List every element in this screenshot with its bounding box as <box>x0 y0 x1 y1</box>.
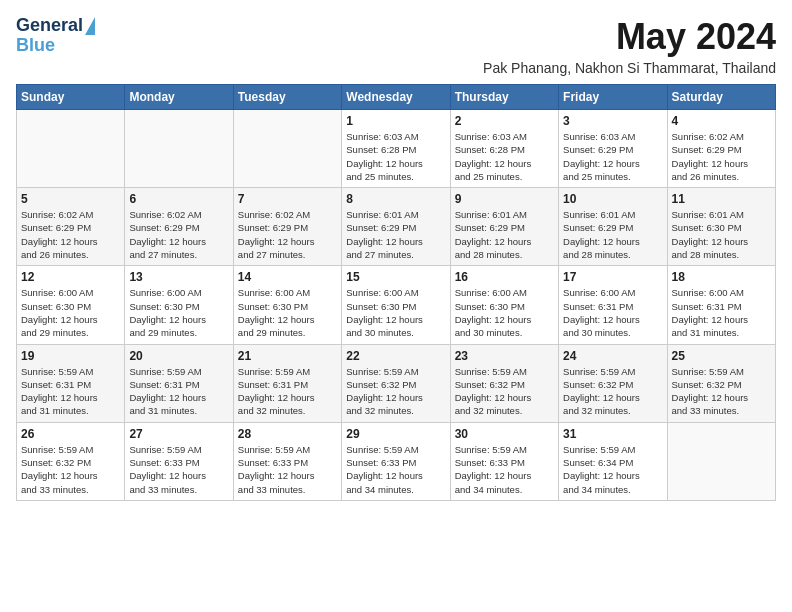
day-number: 22 <box>346 349 445 363</box>
day-info: Sunrise: 6:01 AM Sunset: 6:29 PM Dayligh… <box>455 208 554 261</box>
day-number: 1 <box>346 114 445 128</box>
day-info: Sunrise: 6:00 AM Sunset: 6:31 PM Dayligh… <box>672 286 771 339</box>
day-info: Sunrise: 6:00 AM Sunset: 6:30 PM Dayligh… <box>346 286 445 339</box>
day-number: 29 <box>346 427 445 441</box>
week-row-2: 5Sunrise: 6:02 AM Sunset: 6:29 PM Daylig… <box>17 188 776 266</box>
day-number: 15 <box>346 270 445 284</box>
day-cell: 20Sunrise: 5:59 AM Sunset: 6:31 PM Dayli… <box>125 344 233 422</box>
header-thursday: Thursday <box>450 85 558 110</box>
day-info: Sunrise: 5:59 AM Sunset: 6:34 PM Dayligh… <box>563 443 662 496</box>
day-number: 23 <box>455 349 554 363</box>
day-info: Sunrise: 6:00 AM Sunset: 6:31 PM Dayligh… <box>563 286 662 339</box>
day-cell: 24Sunrise: 5:59 AM Sunset: 6:32 PM Dayli… <box>559 344 667 422</box>
day-info: Sunrise: 5:59 AM Sunset: 6:32 PM Dayligh… <box>455 365 554 418</box>
day-number: 27 <box>129 427 228 441</box>
day-info: Sunrise: 5:59 AM Sunset: 6:31 PM Dayligh… <box>21 365 120 418</box>
day-number: 30 <box>455 427 554 441</box>
day-cell: 16Sunrise: 6:00 AM Sunset: 6:30 PM Dayli… <box>450 266 558 344</box>
day-info: Sunrise: 5:59 AM Sunset: 6:33 PM Dayligh… <box>129 443 228 496</box>
day-cell: 8Sunrise: 6:01 AM Sunset: 6:29 PM Daylig… <box>342 188 450 266</box>
day-cell <box>233 110 341 188</box>
header-saturday: Saturday <box>667 85 775 110</box>
day-cell: 2Sunrise: 6:03 AM Sunset: 6:28 PM Daylig… <box>450 110 558 188</box>
day-cell: 1Sunrise: 6:03 AM Sunset: 6:28 PM Daylig… <box>342 110 450 188</box>
header-monday: Monday <box>125 85 233 110</box>
day-cell: 5Sunrise: 6:02 AM Sunset: 6:29 PM Daylig… <box>17 188 125 266</box>
day-cell: 28Sunrise: 5:59 AM Sunset: 6:33 PM Dayli… <box>233 422 341 500</box>
day-number: 2 <box>455 114 554 128</box>
day-cell: 25Sunrise: 5:59 AM Sunset: 6:32 PM Dayli… <box>667 344 775 422</box>
day-info: Sunrise: 6:00 AM Sunset: 6:30 PM Dayligh… <box>238 286 337 339</box>
header-wednesday: Wednesday <box>342 85 450 110</box>
day-info: Sunrise: 5:59 AM Sunset: 6:32 PM Dayligh… <box>21 443 120 496</box>
month-title: May 2024 <box>483 16 776 58</box>
day-info: Sunrise: 6:01 AM Sunset: 6:30 PM Dayligh… <box>672 208 771 261</box>
week-row-4: 19Sunrise: 5:59 AM Sunset: 6:31 PM Dayli… <box>17 344 776 422</box>
day-cell <box>667 422 775 500</box>
day-number: 9 <box>455 192 554 206</box>
day-number: 16 <box>455 270 554 284</box>
day-info: Sunrise: 5:59 AM Sunset: 6:32 PM Dayligh… <box>563 365 662 418</box>
day-cell: 15Sunrise: 6:00 AM Sunset: 6:30 PM Dayli… <box>342 266 450 344</box>
day-number: 10 <box>563 192 662 206</box>
day-info: Sunrise: 6:00 AM Sunset: 6:30 PM Dayligh… <box>455 286 554 339</box>
header-tuesday: Tuesday <box>233 85 341 110</box>
day-cell: 7Sunrise: 6:02 AM Sunset: 6:29 PM Daylig… <box>233 188 341 266</box>
day-number: 6 <box>129 192 228 206</box>
day-cell: 14Sunrise: 6:00 AM Sunset: 6:30 PM Dayli… <box>233 266 341 344</box>
page-header: General Blue May 2024 Pak Phanang, Nakho… <box>16 16 776 76</box>
calendar-table: SundayMondayTuesdayWednesdayThursdayFrid… <box>16 84 776 501</box>
day-cell: 13Sunrise: 6:00 AM Sunset: 6:30 PM Dayli… <box>125 266 233 344</box>
day-cell: 19Sunrise: 5:59 AM Sunset: 6:31 PM Dayli… <box>17 344 125 422</box>
day-cell <box>17 110 125 188</box>
day-info: Sunrise: 6:03 AM Sunset: 6:28 PM Dayligh… <box>346 130 445 183</box>
header-friday: Friday <box>559 85 667 110</box>
day-info: Sunrise: 6:02 AM Sunset: 6:29 PM Dayligh… <box>21 208 120 261</box>
day-number: 12 <box>21 270 120 284</box>
day-number: 7 <box>238 192 337 206</box>
day-info: Sunrise: 6:02 AM Sunset: 6:29 PM Dayligh… <box>672 130 771 183</box>
day-number: 20 <box>129 349 228 363</box>
day-info: Sunrise: 6:02 AM Sunset: 6:29 PM Dayligh… <box>238 208 337 261</box>
logo: General Blue <box>16 16 95 56</box>
day-info: Sunrise: 6:00 AM Sunset: 6:30 PM Dayligh… <box>21 286 120 339</box>
day-number: 31 <box>563 427 662 441</box>
day-info: Sunrise: 5:59 AM Sunset: 6:33 PM Dayligh… <box>238 443 337 496</box>
day-number: 13 <box>129 270 228 284</box>
location-subtitle: Pak Phanang, Nakhon Si Thammarat, Thaila… <box>483 60 776 76</box>
day-info: Sunrise: 5:59 AM Sunset: 6:31 PM Dayligh… <box>129 365 228 418</box>
day-cell: 10Sunrise: 6:01 AM Sunset: 6:29 PM Dayli… <box>559 188 667 266</box>
day-info: Sunrise: 6:03 AM Sunset: 6:29 PM Dayligh… <box>563 130 662 183</box>
day-cell: 22Sunrise: 5:59 AM Sunset: 6:32 PM Dayli… <box>342 344 450 422</box>
week-row-1: 1Sunrise: 6:03 AM Sunset: 6:28 PM Daylig… <box>17 110 776 188</box>
day-cell: 11Sunrise: 6:01 AM Sunset: 6:30 PM Dayli… <box>667 188 775 266</box>
day-number: 14 <box>238 270 337 284</box>
day-cell: 4Sunrise: 6:02 AM Sunset: 6:29 PM Daylig… <box>667 110 775 188</box>
day-info: Sunrise: 6:01 AM Sunset: 6:29 PM Dayligh… <box>563 208 662 261</box>
day-info: Sunrise: 5:59 AM Sunset: 6:33 PM Dayligh… <box>455 443 554 496</box>
day-number: 11 <box>672 192 771 206</box>
day-number: 17 <box>563 270 662 284</box>
day-info: Sunrise: 5:59 AM Sunset: 6:33 PM Dayligh… <box>346 443 445 496</box>
day-info: Sunrise: 6:02 AM Sunset: 6:29 PM Dayligh… <box>129 208 228 261</box>
day-cell <box>125 110 233 188</box>
day-info: Sunrise: 5:59 AM Sunset: 6:31 PM Dayligh… <box>238 365 337 418</box>
day-info: Sunrise: 5:59 AM Sunset: 6:32 PM Dayligh… <box>346 365 445 418</box>
day-info: Sunrise: 5:59 AM Sunset: 6:32 PM Dayligh… <box>672 365 771 418</box>
day-cell: 21Sunrise: 5:59 AM Sunset: 6:31 PM Dayli… <box>233 344 341 422</box>
day-number: 18 <box>672 270 771 284</box>
header-sunday: Sunday <box>17 85 125 110</box>
day-cell: 31Sunrise: 5:59 AM Sunset: 6:34 PM Dayli… <box>559 422 667 500</box>
day-info: Sunrise: 6:01 AM Sunset: 6:29 PM Dayligh… <box>346 208 445 261</box>
logo-blue: Blue <box>16 36 55 56</box>
day-info: Sunrise: 6:00 AM Sunset: 6:30 PM Dayligh… <box>129 286 228 339</box>
logo-triangle-icon <box>85 17 95 35</box>
week-row-3: 12Sunrise: 6:00 AM Sunset: 6:30 PM Dayli… <box>17 266 776 344</box>
day-cell: 23Sunrise: 5:59 AM Sunset: 6:32 PM Dayli… <box>450 344 558 422</box>
day-info: Sunrise: 6:03 AM Sunset: 6:28 PM Dayligh… <box>455 130 554 183</box>
day-number: 4 <box>672 114 771 128</box>
day-number: 24 <box>563 349 662 363</box>
day-cell: 26Sunrise: 5:59 AM Sunset: 6:32 PM Dayli… <box>17 422 125 500</box>
title-block: May 2024 Pak Phanang, Nakhon Si Thammara… <box>483 16 776 76</box>
week-row-5: 26Sunrise: 5:59 AM Sunset: 6:32 PM Dayli… <box>17 422 776 500</box>
